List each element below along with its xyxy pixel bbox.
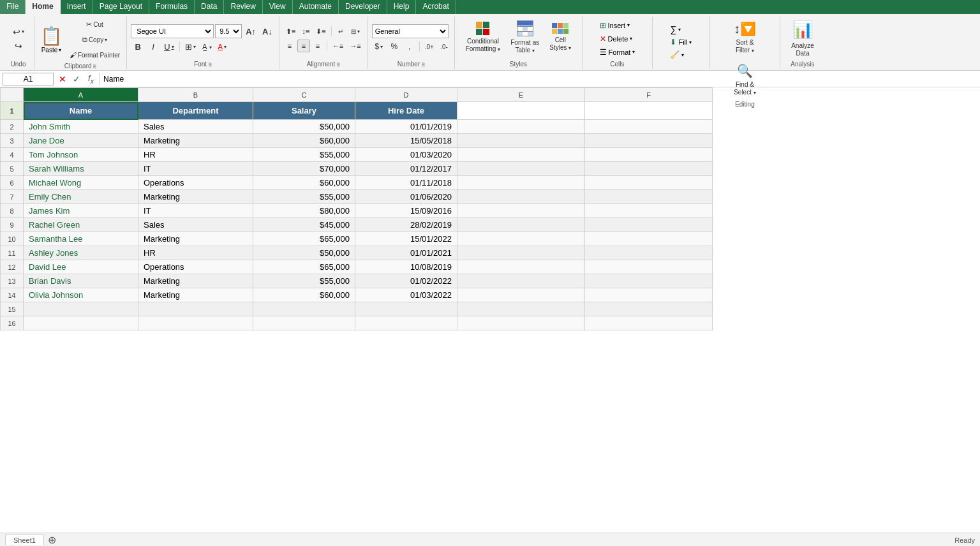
row-header-5[interactable]: 5 [1,162,24,176]
cell-b2[interactable]: Sales [138,120,253,134]
bottom-align-button[interactable]: ⬇≡ [313,25,328,38]
cell-b10[interactable]: Marketing [138,232,253,246]
decrease-decimal-button[interactable]: .0- [438,40,450,53]
cell-reference-box[interactable] [3,73,54,85]
cell-b7[interactable]: Marketing [138,190,253,204]
cell-e7[interactable] [457,190,585,204]
paste-dropdown[interactable]: ▾ [59,47,61,53]
cell-e2[interactable] [457,120,585,134]
cell-e1[interactable] [457,102,585,120]
row-header-2[interactable]: 2 [1,120,24,134]
cell-a6[interactable]: Michael Wong [24,176,138,190]
borders-button[interactable]: ⊞ ▾ [182,40,198,53]
conditional-formatting-arrow[interactable]: ▾ [498,47,500,52]
cell-b12[interactable]: Operations [138,260,253,274]
cell-d6[interactable]: 01/11/2018 [355,176,457,190]
cell-a13[interactable]: Brian Davis [24,274,138,288]
row-header-9[interactable]: 9 [1,218,24,232]
cell-d2[interactable]: 01/01/2019 [355,120,457,134]
font-size-select[interactable]: 9.5 [215,24,242,38]
cell-a2[interactable]: John Smith [24,120,138,134]
cell-styles-arrow[interactable]: ▾ [568,45,571,51]
menu-data[interactable]: Data [195,0,224,14]
cell-c9[interactable]: $45,000 [253,218,355,232]
cell-d16[interactable] [355,316,457,330]
redo-button[interactable]: ↪ [10,40,27,52]
menu-page-layout[interactable]: Page Layout [93,0,149,14]
cell-b13[interactable]: Marketing [138,274,253,288]
cell-f6[interactable] [585,176,713,190]
autosum-button[interactable]: ∑ ▾ [665,24,685,35]
cell-e6[interactable] [457,176,585,190]
cell-e16[interactable] [457,316,585,330]
cell-a16[interactable] [24,316,138,330]
cell-f9[interactable] [585,218,713,232]
sheet-tab-sheet1[interactable]: Sheet1 [5,535,44,545]
cell-c7[interactable]: $55,000 [253,190,355,204]
formula-input[interactable] [99,73,977,85]
cell-a10[interactable]: Samantha Lee [24,232,138,246]
cell-a3[interactable]: Jane Doe [24,134,138,148]
cell-f13[interactable] [585,274,713,288]
cell-b14[interactable]: Marketing [138,288,253,302]
cell-d10[interactable]: 15/01/2022 [355,232,457,246]
cell-b1[interactable]: Department [138,102,253,120]
cell-c12[interactable]: $65,000 [253,260,355,274]
cell-b16[interactable] [138,316,253,330]
format-painter-button[interactable]: 🖌 Format Painter [67,48,122,61]
cell-b9[interactable]: Sales [138,218,253,232]
menu-developer[interactable]: Developer [339,0,387,14]
cell-f5[interactable] [585,162,713,176]
menu-insert[interactable]: Insert [61,0,93,14]
row-header-3[interactable]: 3 [1,134,24,148]
font-color-button[interactable]: A ▾ [216,40,229,53]
cell-f15[interactable] [585,302,713,316]
col-header-d[interactable]: D [355,88,457,102]
cell-c11[interactable]: $50,000 [253,246,355,260]
number-format-select[interactable]: General [372,24,449,38]
currency-button[interactable]: $▾ [372,40,386,53]
cell-d15[interactable] [355,302,457,316]
conditional-formatting-button[interactable]: ConditionalFormatting ▾ [461,18,505,56]
cell-a12[interactable]: David Lee [24,260,138,274]
cell-c5[interactable]: $70,000 [253,162,355,176]
cell-d11[interactable]: 01/01/2021 [355,246,457,260]
cell-f4[interactable] [585,148,713,162]
fill-color-button[interactable]: A̲ ▾ [200,40,214,53]
cut-button[interactable]: ✂ Cut [67,18,122,31]
cell-a14[interactable]: Olivia Johnson [24,288,138,302]
row-header-6[interactable]: 6 [1,176,24,190]
menu-file[interactable]: File [0,0,26,14]
cell-d9[interactable]: 28/02/2019 [355,218,457,232]
cell-d5[interactable]: 01/12/2017 [355,162,457,176]
copy-button[interactable]: ⧉ Copy ▾ [67,33,122,46]
menu-view[interactable]: View [263,0,293,14]
cell-a8[interactable]: James Kim [24,204,138,218]
sheet-table-wrapper[interactable]: A B C D E F 1 Name Department Salary Hir… [0,87,980,533]
font-family-select[interactable]: Segoe UI [131,24,214,38]
row-header-16[interactable]: 16 [1,316,24,330]
cell-f12[interactable] [585,260,713,274]
cell-e8[interactable] [457,204,585,218]
confirm-formula-icon[interactable]: ✓ [70,73,83,85]
cell-a5[interactable]: Sarah Williams [24,162,138,176]
cell-c8[interactable]: $80,000 [253,204,355,218]
cell-b8[interactable]: IT [138,204,253,218]
increase-font-button[interactable]: A↑ [243,25,258,38]
menu-home[interactable]: Home [26,0,60,14]
cell-b15[interactable] [138,302,253,316]
cell-c10[interactable]: $65,000 [253,232,355,246]
fill-dropdown[interactable]: ▾ [689,40,692,45]
row-header-10[interactable]: 10 [1,232,24,246]
menu-help[interactable]: Help [387,0,417,14]
cancel-formula-icon[interactable]: ✕ [56,73,69,85]
cell-f11[interactable] [585,246,713,260]
cell-a1[interactable]: Name [24,102,138,120]
middle-align-button[interactable]: ↕≡ [299,25,312,38]
col-header-e[interactable]: E [457,88,585,102]
cell-d1[interactable]: Hire Date [355,102,457,120]
cell-c16[interactable] [253,316,355,330]
cell-a4[interactable]: Tom Johnson [24,148,138,162]
cell-f7[interactable] [585,190,713,204]
cell-f8[interactable] [585,204,713,218]
